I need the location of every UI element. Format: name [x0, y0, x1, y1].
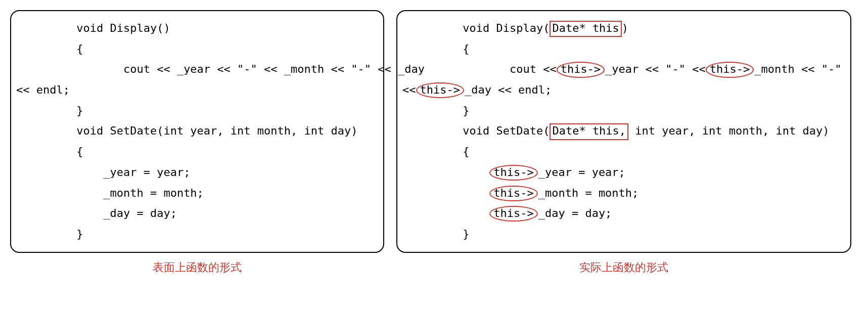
code-line: }	[16, 101, 378, 121]
code-line: }	[16, 224, 378, 245]
code-text: int year, int month, int day)	[628, 124, 829, 137]
code-line: <<this->_day << endl;	[402, 80, 845, 101]
code-text: _day = day;	[538, 207, 612, 219]
code-text: _month << "-"	[754, 63, 841, 75]
code-line: _day = day;	[16, 203, 378, 224]
code-text: _month = month;	[538, 187, 639, 199]
code-line: cout << _year << "-" << _month << "-" <<…	[16, 59, 378, 80]
left-panel-wrapper: void Display() { cout << _year << "-" <<…	[10, 10, 384, 275]
code-text: )	[622, 22, 628, 34]
code-line: this->_year = year;	[402, 162, 845, 183]
code-line: {	[16, 142, 378, 162]
oval-highlight-this: this->	[706, 62, 754, 77]
code-text	[402, 207, 489, 219]
right-caption: 实际上函数的形式	[579, 260, 668, 275]
code-line: cout <<this->_year << "-" <<this->_month…	[402, 59, 845, 80]
code-text	[402, 187, 489, 199]
code-text: _year << "-" <<	[605, 63, 706, 75]
oval-highlight-this: this->	[416, 82, 464, 98]
box-highlight-param: Date* this	[550, 21, 621, 37]
code-line: {	[16, 39, 378, 60]
oval-highlight-this: this->	[557, 62, 605, 77]
oval-highlight-this: this->	[489, 206, 537, 222]
code-text: _day << endl;	[465, 83, 552, 96]
code-text: _year = year;	[538, 166, 625, 179]
code-line: void SetDate(Date* this, int year, int m…	[402, 121, 845, 142]
code-line: }	[402, 224, 845, 245]
right-panel-wrapper: void Display(Date* this) { cout <<this->…	[396, 10, 851, 275]
code-line: this->_month = month;	[402, 183, 845, 204]
code-line: _month = month;	[16, 183, 378, 204]
left-code-panel: void Display() { cout << _year << "-" <<…	[10, 10, 384, 253]
code-text	[402, 166, 489, 179]
oval-highlight-this: this->	[489, 186, 537, 201]
right-code-panel: void Display(Date* this) { cout <<this->…	[396, 10, 851, 253]
code-line: }	[402, 101, 845, 121]
code-line: void Display()	[16, 18, 378, 39]
code-text: void Display(	[402, 22, 550, 34]
comparison-container: void Display() { cout << _year << "-" <<…	[10, 10, 858, 275]
code-line: this->_day = day;	[402, 203, 845, 224]
code-text: cout <<	[402, 63, 557, 75]
left-caption: 表面上函数的形式	[153, 260, 242, 275]
code-line: void Display(Date* this)	[402, 18, 845, 39]
code-line: {	[402, 39, 845, 60]
box-highlight-param: Date* this,	[550, 123, 628, 140]
code-line: {	[402, 142, 845, 162]
code-line: _year = year;	[16, 162, 378, 183]
code-text: void SetDate(	[402, 124, 550, 137]
code-text: <<	[402, 83, 416, 96]
code-line: << endl;	[16, 80, 378, 101]
code-line: void SetDate(int year, int month, int da…	[16, 121, 378, 142]
oval-highlight-this: this->	[489, 165, 537, 181]
